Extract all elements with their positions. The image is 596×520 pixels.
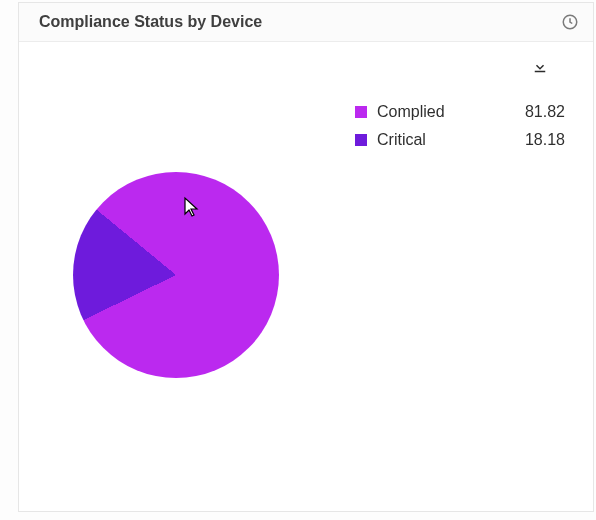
legend-swatch-complied	[355, 106, 367, 118]
legend-row-critical[interactable]: Critical 18.18	[355, 126, 565, 154]
compliance-status-card: Compliance Status by Device Complied 81.…	[18, 2, 594, 512]
clock-icon[interactable]	[561, 13, 579, 31]
card-title: Compliance Status by Device	[39, 13, 262, 31]
download-icon[interactable]	[531, 58, 549, 76]
chart-legend: Complied 81.82 Critical 18.18	[355, 98, 565, 154]
legend-swatch-critical	[355, 134, 367, 146]
svg-rect-1	[535, 71, 546, 73]
legend-row-complied[interactable]: Complied 81.82	[355, 98, 565, 126]
legend-label: Complied	[377, 98, 507, 126]
pie-chart[interactable]	[73, 172, 279, 378]
card-body: Complied 81.82 Critical 18.18	[19, 42, 593, 506]
legend-value: 18.18	[507, 126, 565, 154]
legend-label: Critical	[377, 126, 507, 154]
legend-value: 81.82	[507, 98, 565, 126]
card-header: Compliance Status by Device	[19, 3, 593, 42]
